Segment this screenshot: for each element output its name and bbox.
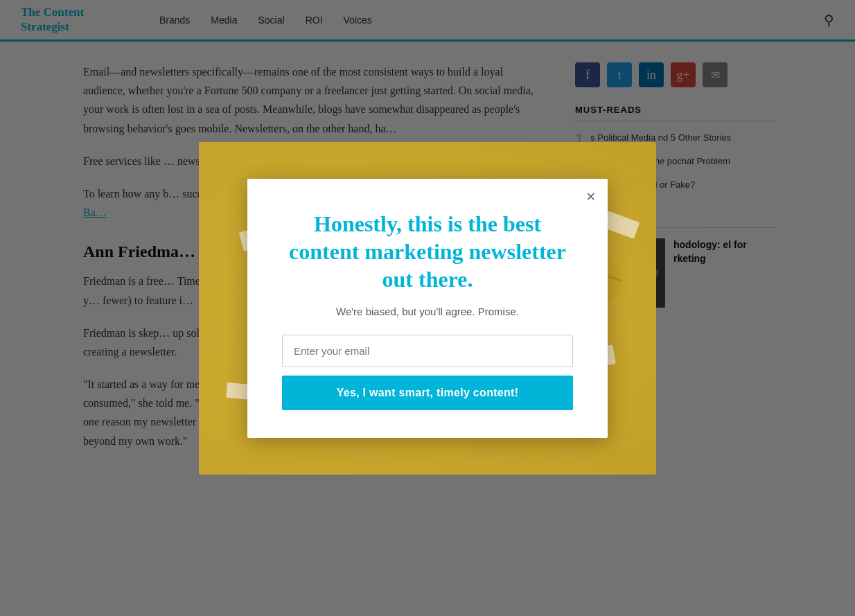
modal-overlay[interactable]: × Honestly, this is the best content mar… xyxy=(0,0,855,485)
modal-submit-button[interactable]: Yes, I want smart, timely content! xyxy=(282,376,573,410)
modal-headline: Honestly, this is the best content marke… xyxy=(282,210,573,293)
modal-subtext: We're biased, but you'll agree. Promise. xyxy=(282,306,573,317)
modal-email-input[interactable] xyxy=(282,335,573,367)
modal-box: × Honestly, this is the best content mar… xyxy=(247,179,608,438)
modal-close-button[interactable]: × xyxy=(586,189,595,204)
